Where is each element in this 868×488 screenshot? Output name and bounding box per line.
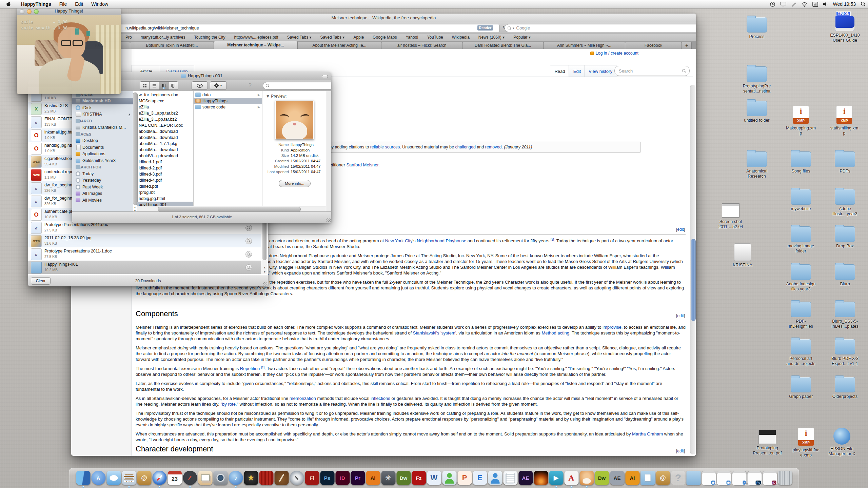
desktop-icon[interactable]: Graph paper — [781, 377, 821, 399]
finder-search-field[interactable] — [263, 82, 331, 89]
reveal-in-finder-button[interactable] — [245, 264, 252, 271]
desktop-icon[interactable]: Adobe Indesign files year3 — [781, 264, 821, 292]
sidebar-item[interactable]: All Movies — [72, 197, 133, 204]
file-row[interactable]: idlined-3.pdf — [137, 171, 193, 177]
desktop-icon[interactable]: Prototyping Presen...on.pdf — [748, 430, 787, 456]
sidebar-item[interactable]: SEARCH FOR — [72, 164, 133, 171]
menu-clock[interactable]: Wed 19:53 — [833, 1, 856, 7]
dock-person-blue[interactable] — [488, 470, 503, 488]
desktop-icon[interactable]: XMP staffsmiling.xm p — [825, 106, 864, 136]
dock-imovie[interactable] — [243, 470, 259, 488]
desktop-icon[interactable]: mywebsite — [781, 189, 821, 211]
scrollbar-arrows[interactable]: ▲▼ — [262, 265, 267, 275]
quick-look-button[interactable] — [192, 81, 208, 90]
wiki-link[interactable]: Method acting — [541, 330, 569, 336]
google-search-field[interactable]: ▾ Google — [505, 24, 696, 32]
dock-illustrator[interactable]: Ai — [366, 470, 381, 488]
file-row[interactable]: eZilla — [137, 104, 193, 110]
dock-ical[interactable]: 23 — [167, 470, 182, 488]
reveal-in-finder-button[interactable] — [245, 238, 252, 244]
wiki-link[interactable]: [2] — [261, 366, 264, 369]
sidebar-item[interactable]: Kristina Cranfield's M... — [72, 124, 133, 131]
browser-tab[interactable]: Botulinum Toxin in Aestheti... — [130, 42, 214, 49]
wiki-link[interactable]: [1] — [551, 238, 554, 241]
file-row[interactable]: idlined-4.pdf — [137, 177, 193, 183]
dock-gears-app[interactable] — [381, 470, 396, 488]
menu-app-name[interactable]: HappyThings — [17, 0, 55, 8]
dock-image-capture[interactable] — [213, 470, 228, 488]
menu-item[interactable]: Window — [87, 0, 112, 8]
file-row[interactable]: eZilla_3....pp.tar.bz2 — [137, 116, 193, 122]
dock-flash[interactable]: Fl — [304, 470, 320, 488]
desktop-icon[interactable]: untitled folder — [737, 101, 776, 123]
more-info-button[interactable]: More info... — [279, 180, 311, 187]
minimize-lozenge[interactable] — [322, 75, 328, 78]
dock-powerpoint[interactable]: P — [457, 470, 472, 488]
sidebar-item[interactable]: iDisk — [72, 104, 133, 111]
dock-folder[interactable] — [686, 470, 701, 488]
desktop-icon[interactable]: Blurb — [825, 264, 865, 287]
action-menu-button[interactable]: ▼ — [210, 81, 227, 90]
bookmark-item[interactable]: manystuff.or...ly archives — [141, 35, 185, 40]
desktop-icon[interactable]: XMP playingwithfac e.xmp — [786, 428, 826, 458]
file-row[interactable]: idlined.pdf — [137, 183, 193, 189]
wiki-link[interactable]: Martha Graham — [632, 431, 663, 436]
dock-entourage[interactable]: E — [472, 470, 488, 488]
scrollbar-thumb[interactable] — [691, 239, 696, 321]
time-machine-icon[interactable] — [770, 1, 775, 7]
browser-tab[interactable]: air hostess – Flickr: Search — [381, 42, 462, 49]
wiki-link[interactable]: Neighborhood Playhouse — [417, 238, 466, 243]
sidebar-item[interactable]: Goldsmiths Year3 — [72, 157, 133, 164]
browser-tab[interactable]: Facebook — [625, 42, 682, 49]
bookmark-item[interactable]: YouTube — [427, 35, 443, 40]
browser-tab[interactable]: About the Meisner Acting Te... — [297, 42, 381, 49]
desktop-icon[interactable]: Adobe illustr... year3 — [825, 189, 865, 217]
dock-indesign[interactable]: ID — [335, 470, 350, 488]
wiki-link[interactable]: Sanford Meisner — [346, 162, 378, 167]
safari-title-bar[interactable]: Meisner technique – Wikipedia, the free … — [71, 14, 696, 23]
preview-label[interactable]: ▼ Preview: — [266, 94, 287, 99]
desktop-icon[interactable]: EPSON ESP1400_1410 User's Guide — [825, 16, 865, 43]
reveal-in-finder-button[interactable] — [245, 251, 252, 258]
file-row[interactable]: aboidMa....download — [137, 147, 193, 153]
dock-illustrator-2[interactable]: Ai — [625, 470, 640, 488]
zoom-button[interactable] — [34, 9, 39, 14]
sidebar-item[interactable]: Today — [72, 170, 133, 177]
file-row[interactable]: aboidMa...-1.7.1.pkg — [137, 141, 193, 147]
apple-menu[interactable] — [0, 1, 17, 7]
reader-button[interactable]: Reader — [477, 25, 493, 30]
dock-safari[interactable] — [152, 470, 167, 488]
dock-min-window-photoshop[interactable]: Ps — [747, 470, 762, 488]
edit-link[interactable]: [edit] — [676, 448, 685, 454]
dock-dreamweaver[interactable]: Dw — [396, 470, 411, 488]
bookmark-item[interactable]: News (1060) ▾ — [478, 35, 505, 40]
dock-photoshop[interactable]: Ps — [320, 470, 335, 488]
sidebar-item[interactable]: KRISTINA — [72, 111, 133, 118]
file-row[interactable]: w_for_beginners.doc — [137, 92, 193, 98]
dock-app-store[interactable]: A — [91, 470, 106, 488]
list-view-button[interactable] — [149, 81, 159, 90]
desktop-icon[interactable]: Olderprojects — [825, 377, 865, 399]
dock-media-browser[interactable] — [198, 470, 213, 488]
dock-itunes[interactable] — [228, 470, 243, 488]
download-row[interactable]: a Prototype Presentations 2011-1.doc 27.… — [28, 247, 261, 261]
file-row[interactable]: eZilla_3...app.tar.bz2 — [137, 110, 193, 116]
desktop-icon[interactable]: moving image folder — [781, 226, 821, 254]
wiki-link[interactable]: Repetition — [240, 366, 260, 371]
webcam-title-bar[interactable]: Happy Things! — [17, 7, 121, 15]
file-row[interactable]: aboidMa....download — [137, 135, 193, 141]
sidebar-item[interactable]: Applications — [72, 151, 133, 158]
bookmark-item[interactable]: Wikipedia — [452, 35, 470, 40]
desktop-icon[interactable]: KRISTINA — [723, 243, 762, 268]
desktop-icon[interactable]: PDFs — [825, 151, 865, 174]
bookmark-item[interactable]: Google Maps — [373, 35, 397, 40]
menu-item[interactable]: Edit — [71, 0, 87, 8]
wiki-link[interactable]: "by rote," — [221, 402, 239, 407]
minimize-button[interactable] — [27, 9, 32, 14]
dock-address-book[interactable] — [137, 470, 152, 488]
column-view-button[interactable] — [159, 81, 169, 90]
dock-min-window-itunes[interactable]: ♪ — [732, 470, 747, 488]
wiki-link[interactable]: reliable sources — [370, 145, 400, 149]
dock-mail[interactable] — [121, 470, 137, 488]
dock-premiere[interactable]: Pr — [350, 470, 366, 488]
